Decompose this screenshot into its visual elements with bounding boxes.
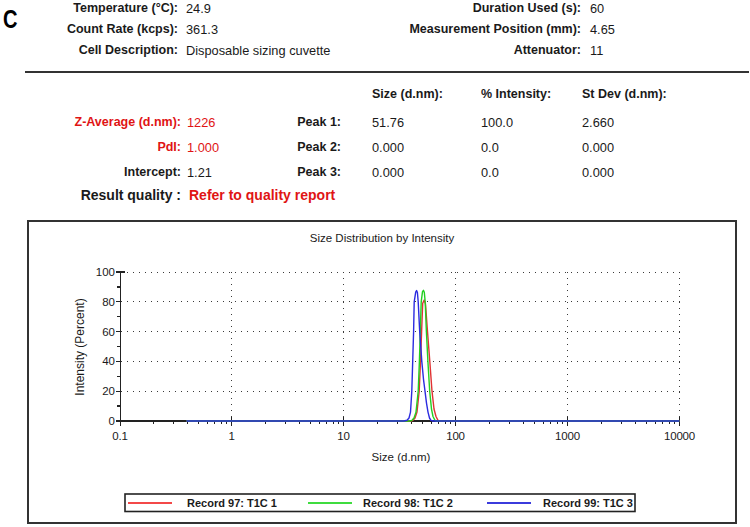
svg-text:Size (d.nm): Size (d.nm) [372, 451, 431, 463]
svg-text:1000: 1000 [555, 430, 580, 442]
svg-text:80: 80 [102, 296, 115, 308]
svg-text:Record 97: T1C 1: Record 97: T1C 1 [187, 497, 277, 509]
svg-text:Intensity (Percent): Intensity (Percent) [73, 298, 87, 395]
svg-text:10: 10 [337, 430, 349, 442]
svg-text:40: 40 [102, 355, 115, 367]
svg-text:Size Distribution by Intensity: Size Distribution by Intensity [310, 232, 455, 244]
svg-text:Record 98: T1C 2: Record 98: T1C 2 [363, 497, 453, 509]
svg-text:60: 60 [102, 326, 115, 338]
svg-text:1: 1 [228, 430, 234, 442]
svg-text:100: 100 [96, 266, 115, 278]
svg-text:0: 0 [109, 415, 115, 427]
svg-text:C: C [3, 4, 18, 34]
svg-text:Record 99: T1C 3: Record 99: T1C 3 [543, 497, 633, 509]
svg-text:20: 20 [102, 385, 115, 397]
svg-text:10000: 10000 [664, 430, 695, 442]
svg-text:0.1: 0.1 [112, 430, 127, 442]
svg-text:100: 100 [446, 430, 465, 442]
